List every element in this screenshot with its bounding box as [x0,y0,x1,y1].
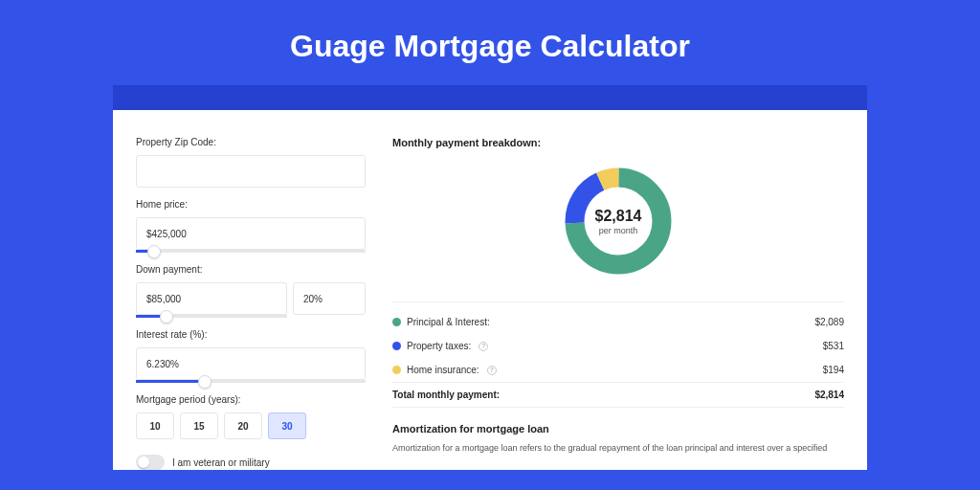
total-label: Total monthly payment: [392,390,500,400]
amortization-title: Amortization for mortgage loan [392,423,844,434]
home-price-label: Home price: [136,199,366,210]
field-period: Mortgage period (years): 10 15 20 30 [136,394,366,439]
total-row: Total monthly payment: $2,814 [392,382,844,408]
info-icon[interactable]: ? [479,342,488,351]
field-down-payment: Down payment: [136,264,366,318]
interest-rate-slider[interactable] [136,380,366,383]
dot-principal [392,318,401,326]
zip-input[interactable] [136,155,366,188]
period-buttons: 10 15 20 30 [136,412,366,439]
down-payment-percent-input[interactable] [293,282,366,315]
header-band [113,85,867,110]
donut-chart: $2,814 per month [561,164,676,278]
donut-center-sub: per month [599,226,638,235]
legend-value-taxes: $531 [823,341,844,351]
page-title: Guage Mortgage Calculator [0,0,980,85]
field-zip: Property Zip Code: [136,137,366,188]
breakdown-title: Monthly payment breakdown: [392,137,844,148]
veteran-toggle[interactable] [136,455,165,470]
period-btn-20[interactable]: 20 [224,412,262,439]
total-value: $2,814 [814,390,844,400]
veteran-row: I am veteran or military [136,455,366,470]
interest-rate-input[interactable] [136,347,366,380]
home-price-slider[interactable] [136,250,366,253]
down-payment-slider[interactable] [136,315,287,318]
donut-chart-wrap: $2,814 per month [392,158,844,292]
down-payment-label: Down payment: [136,264,366,275]
interest-rate-label: Interest rate (%): [136,329,366,340]
legend: Principal & Interest: $2,089 Property ta… [392,310,844,408]
results-panel: Monthly payment breakdown: $2,814 per mo… [392,137,844,470]
down-payment-amount-input[interactable] [136,282,287,315]
period-btn-15[interactable]: 15 [180,412,218,439]
calculator-panel: Property Zip Code: Home price: Down paym… [113,110,867,470]
amortization-body: Amortization for a mortgage loan refers … [392,442,844,456]
legend-value-principal: $2,089 [814,317,844,327]
dot-taxes [392,342,401,350]
legend-label-principal: Principal & Interest: [407,317,490,327]
field-home-price: Home price: [136,199,366,253]
zip-label: Property Zip Code: [136,137,366,147]
info-icon[interactable]: ? [487,366,497,375]
period-label: Mortgage period (years): [136,394,366,405]
veteran-label: I am veteran or military [172,457,270,468]
legend-value-insurance: $194 [823,365,844,375]
input-form: Property Zip Code: Home price: Down paym… [136,137,366,470]
dot-insurance [392,366,401,374]
period-btn-10[interactable]: 10 [136,412,174,439]
donut-center-amount: $2,814 [595,208,642,225]
field-interest-rate: Interest rate (%): [136,329,366,383]
legend-label-insurance: Home insurance: [407,365,479,375]
legend-row-insurance: Home insurance: ? $194 [392,358,844,382]
legend-label-taxes: Property taxes: [407,341,471,351]
legend-row-taxes: Property taxes: ? $531 [392,334,844,358]
legend-row-principal: Principal & Interest: $2,089 [392,310,844,334]
divider [392,301,844,302]
period-btn-30[interactable]: 30 [268,412,306,439]
home-price-input[interactable] [136,217,366,250]
